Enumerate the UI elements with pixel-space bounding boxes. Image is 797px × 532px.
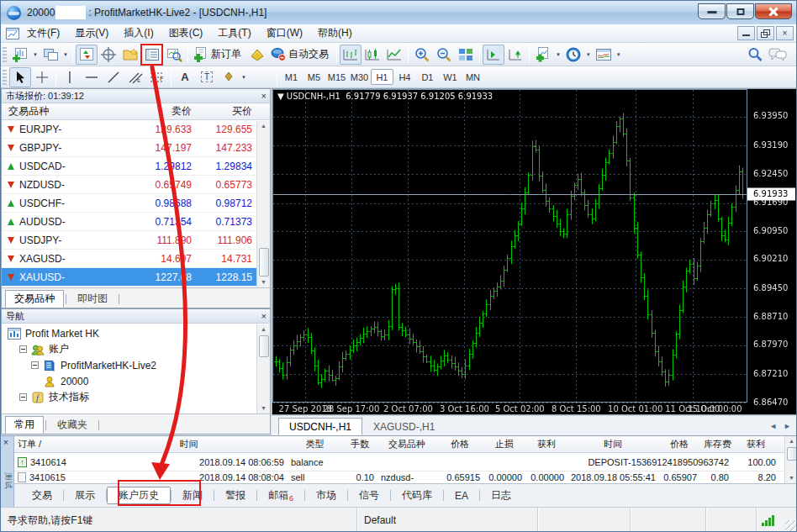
new-chart-dropdown[interactable]: ▼: [33, 52, 38, 57]
market-watch-close-icon[interactable]: ×: [261, 92, 267, 101]
line-chart-button[interactable]: [383, 45, 405, 65]
navigator-scrollbar[interactable]: ▲ ▼: [256, 324, 270, 413]
zoom-out-button[interactable]: [433, 45, 455, 65]
chart-shift-button[interactable]: [483, 45, 504, 65]
terminal-tab-交易[interactable]: 交易: [21, 487, 63, 504]
timeframe-button-mn[interactable]: MN: [462, 69, 484, 85]
scroll-down-icon[interactable]: ▼: [261, 403, 267, 413]
search-icon[interactable]: [744, 45, 766, 65]
terminal-tab-新闻[interactable]: 新闻: [172, 487, 214, 504]
periods-dropdown[interactable]: ▼: [586, 52, 591, 57]
timeframe-button-h1[interactable]: H1: [371, 69, 393, 85]
templates-dropdown[interactable]: ▼: [616, 52, 621, 57]
menu-item[interactable]: 图表(C): [161, 24, 211, 42]
scroll-down-icon[interactable]: ▼: [261, 277, 267, 287]
profiles-button[interactable]: [40, 45, 61, 65]
cursor-tool-button[interactable]: [9, 67, 31, 87]
resize-grip[interactable]: [785, 520, 796, 531]
tree-expander-icon[interactable]: [19, 345, 27, 353]
market-watch-row[interactable]: GBPJPY-147.197147.233: [2, 139, 270, 157]
scroll-up-icon[interactable]: ▲: [261, 121, 267, 131]
navigator-close-icon[interactable]: ×: [261, 312, 267, 321]
indicators-button[interactable]: [532, 45, 554, 65]
chart-tab[interactable]: USDCNH-,H1: [278, 418, 362, 435]
scroll-up-icon[interactable]: ▲: [789, 436, 794, 446]
history-column-header[interactable]: 获利: [525, 438, 567, 450]
arrows-tool[interactable]: [218, 67, 240, 87]
fibonacci-tool[interactable]: F: [146, 67, 168, 87]
new-order-button[interactable]: 新订单: [191, 45, 246, 65]
history-column-header[interactable]: 价格: [658, 438, 700, 450]
history-column-header[interactable]: 手数: [342, 438, 377, 450]
navigator-tree-item[interactable]: Profit Market HK: [2, 325, 270, 341]
tree-expander-icon[interactable]: [31, 361, 39, 369]
terminal-close-icon[interactable]: ×: [3, 438, 8, 447]
toolbar-grip[interactable]: [3, 47, 7, 62]
candlestick-button[interactable]: [362, 45, 383, 65]
history-column-header[interactable]: 止损: [483, 438, 525, 450]
scroll-up-icon[interactable]: ▲: [261, 324, 267, 334]
terminal-tab-警报[interactable]: 警报: [214, 487, 256, 504]
chart-tabs-right-icon[interactable]: ►: [784, 422, 791, 430]
bar-chart-button[interactable]: [340, 45, 362, 65]
scroll-down-icon[interactable]: ▼: [789, 473, 794, 483]
chart-tab[interactable]: XAGUSD-,H1: [362, 418, 446, 435]
chart-minimize-button[interactable]: [737, 26, 755, 40]
timeframe-button-m30[interactable]: M30: [348, 69, 371, 85]
menu-item[interactable]: 文件(F): [19, 24, 67, 42]
history-column-header[interactable]: 交易品种: [377, 438, 436, 450]
text-label-tool[interactable]: T: [196, 67, 218, 87]
tile-windows-button[interactable]: [455, 45, 477, 65]
horizontal-line-tool[interactable]: [81, 67, 103, 87]
navigator-tab[interactable]: 常用: [5, 416, 44, 434]
terminal-tab-代码库[interactable]: 代码库: [391, 487, 443, 504]
crosshair-tool-button[interactable]: [31, 67, 53, 87]
menu-item[interactable]: 窗口(W): [259, 24, 310, 42]
periods-button[interactable]: [562, 45, 584, 65]
chart-tabs-left-icon[interactable]: ◄: [769, 422, 777, 430]
menu-item[interactable]: 帮助(H): [310, 24, 360, 42]
close-button[interactable]: [755, 3, 792, 19]
trendline-tool[interactable]: [103, 67, 124, 87]
chat-icon[interactable]: [766, 45, 789, 65]
terminal-tab-日志[interactable]: 日志: [480, 487, 522, 504]
scripts-icon[interactable]: [246, 45, 268, 65]
market-watch-tab[interactable]: 交易品种: [5, 290, 64, 308]
autotrading-button[interactable]: 自动交易: [268, 45, 334, 65]
navigator-tree-item[interactable]: f技术指标: [2, 389, 270, 405]
chart-restore-button[interactable]: [757, 26, 774, 40]
market-watch-scrollbar[interactable]: ▲ ▼: [256, 121, 270, 287]
terminal-tab-邮箱[interactable]: 邮箱6: [257, 487, 304, 504]
menu-item[interactable]: 显示(V): [67, 24, 116, 42]
history-column-header[interactable]: 类型: [288, 438, 342, 450]
tree-expander-icon[interactable]: [19, 393, 27, 401]
arrows-dropdown[interactable]: ▼: [241, 75, 246, 80]
tester-vertical-tab[interactable]: 测试: [3, 473, 13, 498]
chart-close-button[interactable]: ×: [776, 26, 794, 40]
history-column-header[interactable]: 库存费: [700, 438, 732, 450]
history-column-header[interactable]: 订单 /: [14, 438, 90, 450]
history-column-header[interactable]: 时间: [90, 438, 288, 450]
history-column-header[interactable]: 时间: [567, 438, 658, 450]
scrollbar-thumb[interactable]: [787, 447, 797, 461]
market-watch-row[interactable]: AUDUSD-0.713540.71373: [2, 213, 270, 231]
market-watch-row[interactable]: XAUUSD-1227.681228.15: [2, 268, 270, 287]
terminal-tab-展示[interactable]: 展示: [64, 487, 106, 504]
new-chart-button[interactable]: [9, 45, 31, 65]
history-column-header[interactable]: 价格: [436, 438, 483, 450]
timeframe-button-m5[interactable]: M5: [303, 69, 325, 85]
terminal-tab-信号[interactable]: 信号: [348, 487, 390, 504]
navigator-tree-item[interactable]: 20000: [2, 373, 270, 389]
vertical-line-tool[interactable]: [59, 67, 81, 87]
navigator-tree-item[interactable]: 账户: [2, 341, 270, 357]
timeframe-button-w1[interactable]: W1: [439, 69, 462, 85]
market-watch-row[interactable]: XAGUSD-14.69714.731: [2, 250, 270, 268]
indicators-dropdown[interactable]: ▼: [556, 52, 561, 57]
terminal-tab-账户历史[interactable]: 账户历史: [107, 487, 171, 504]
timeframe-button-m15[interactable]: M15: [325, 69, 348, 85]
navigator-tree-item[interactable]: ProfitMarketHK-Live2: [2, 357, 270, 373]
menu-item[interactable]: 工具(T): [210, 24, 258, 42]
data-window-button[interactable]: [98, 45, 119, 65]
market-watch-row[interactable]: USDCAD-1.298121.29834: [2, 157, 270, 176]
auto-scroll-button[interactable]: [504, 45, 526, 65]
